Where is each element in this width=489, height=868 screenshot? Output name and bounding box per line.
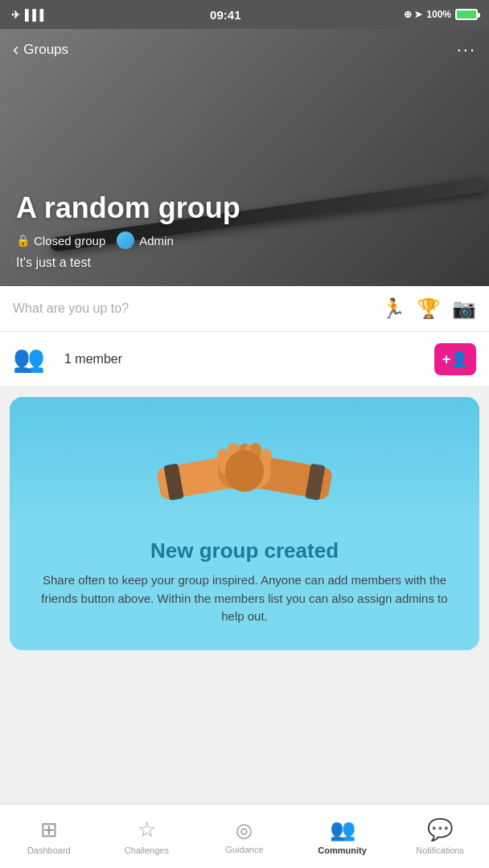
- nav-item-dashboard[interactable]: ⊞ Dashboard: [0, 805, 98, 868]
- lock-icon: 🔒: [16, 234, 30, 247]
- post-input-bar: What are you up to? 🏃 🏆 📷: [0, 286, 489, 332]
- post-action-icons: 🏃 🏆 📷: [381, 297, 476, 320]
- svg-point-12: [225, 450, 264, 492]
- members-bar: 👥 1 member +👤: [0, 332, 489, 387]
- nav-item-notifications[interactable]: 💬 Notifications: [391, 805, 489, 868]
- trophy-icon[interactable]: 🏆: [417, 297, 441, 320]
- bottom-navigation: ⊞ Dashboard ☆ Challenges ◎ Guidance 👥 Co…: [0, 804, 489, 868]
- members-count: 1 member: [64, 352, 122, 366]
- group-description: It's just a test: [16, 256, 240, 270]
- nav-label-challenges: Challenges: [125, 845, 169, 855]
- card-handshake-image: [10, 397, 479, 526]
- hero-nav: ‹ Groups ···: [0, 29, 489, 71]
- new-group-card: New group created Share often to keep yo…: [10, 397, 479, 650]
- admin-badge: Admin: [117, 231, 174, 249]
- dashboard-icon: ⊞: [40, 817, 58, 842]
- back-chevron-icon: ‹: [13, 39, 18, 60]
- main-content: ‹ Groups ··· A random group 🔒 Closed gro…: [0, 29, 489, 804]
- back-button[interactable]: ‹ Groups: [13, 39, 68, 60]
- nav-item-guidance[interactable]: ◎ Guidance: [195, 805, 294, 868]
- status-left: ✈ ▌▌▌: [11, 9, 47, 21]
- battery-percent: 100%: [426, 9, 451, 20]
- hero-content: A random group 🔒 Closed group Admin It's…: [16, 191, 240, 270]
- nav-label-guidance: Guidance: [225, 845, 263, 854]
- run-activity-icon[interactable]: 🏃: [381, 297, 405, 320]
- notifications-icon: 💬: [427, 817, 453, 842]
- camera-icon[interactable]: 📷: [452, 297, 476, 320]
- closed-group-label: 🔒 Closed group: [16, 234, 105, 248]
- signal-icon: ▌▌▌: [25, 9, 47, 21]
- challenges-icon: ☆: [138, 817, 156, 842]
- nav-label-notifications: Notifications: [416, 845, 464, 855]
- airplane-icon: ✈: [11, 9, 20, 21]
- group-title: A random group: [16, 191, 240, 225]
- add-person-icon: +👤: [442, 350, 469, 368]
- post-placeholder[interactable]: What are you up to?: [13, 301, 381, 316]
- guidance-icon: ◎: [236, 819, 253, 841]
- group-meta: 🔒 Closed group Admin: [16, 231, 240, 249]
- members-left: 👥 1 member: [13, 343, 122, 375]
- closed-group-text: Closed group: [34, 234, 105, 248]
- hero-section: ‹ Groups ··· A random group 🔒 Closed gro…: [0, 29, 489, 286]
- location-icon: ⊕ ➤: [404, 9, 422, 20]
- nav-item-community[interactable]: 👥 Community: [294, 805, 392, 868]
- admin-avatar-dot: [117, 231, 134, 249]
- community-icon: 👥: [330, 817, 355, 842]
- admin-label: Admin: [139, 234, 174, 248]
- status-bar: ✈ ▌▌▌ 09:41 ⊕ ➤ 100%: [0, 0, 489, 29]
- add-member-button[interactable]: +👤: [434, 343, 476, 375]
- more-options-button[interactable]: ···: [457, 39, 476, 60]
- nav-label-community: Community: [318, 845, 367, 855]
- status-time: 09:41: [210, 8, 240, 22]
- card-title: New group created: [26, 538, 463, 563]
- nav-item-challenges[interactable]: ☆ Challenges: [98, 805, 196, 868]
- back-label: Groups: [23, 42, 68, 58]
- nav-label-dashboard: Dashboard: [27, 845, 71, 855]
- battery-icon: [455, 9, 478, 20]
- members-avatar-icon: 👥: [13, 344, 45, 373]
- status-right: ⊕ ➤ 100%: [404, 9, 478, 20]
- members-avatar-group: 👥: [13, 343, 55, 375]
- card-body: Share often to keep your group inspired.…: [10, 571, 479, 626]
